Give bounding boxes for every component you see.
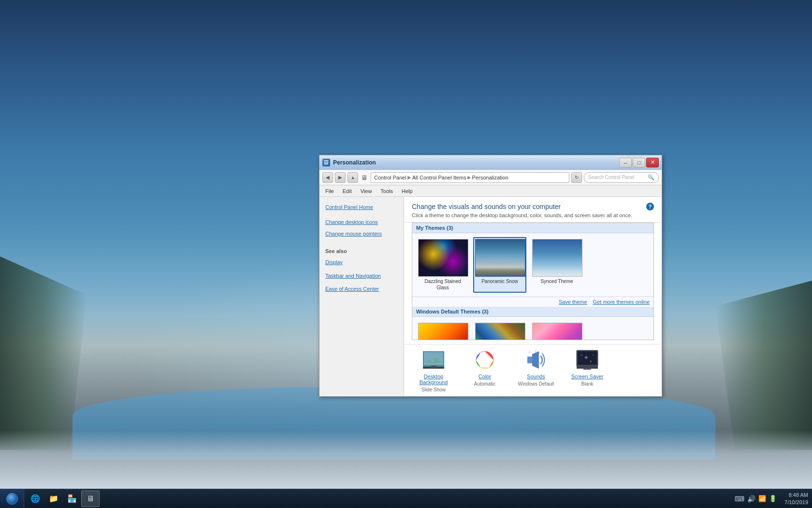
control-panel-window: 🖼 Personalization – □ ✕ ◀ ▶ ▲ 🖥 Control … <box>319 155 662 397</box>
up-button[interactable]: ▲ <box>348 172 358 183</box>
menu-view[interactable]: View <box>357 187 376 195</box>
sidebar-taskbar-navigation[interactable]: Taskbar and Navigation <box>323 271 400 281</box>
desktop-background-item[interactable]: Desktop Background Slide Show <box>412 348 455 392</box>
search-box[interactable]: Search Control Panel 🔍 <box>584 172 659 183</box>
color-svg <box>474 349 495 371</box>
menu-edit[interactable]: Edit <box>339 187 356 195</box>
taskbar-items: 🌐 📁 🏪 🖥 <box>24 489 731 508</box>
tray-volume-icon[interactable]: 🔊 <box>747 495 755 503</box>
theme-dazzling-preview <box>418 239 468 277</box>
sounds-item[interactable]: ♪ ♫ ♪ Sounds Windows Default <box>514 348 558 392</box>
save-themes-row: Save theme Get more themes online <box>412 297 653 307</box>
svg-text:♪: ♪ <box>539 351 541 354</box>
clock-display[interactable]: 8:48 AM 7/10/2019 <box>781 492 812 506</box>
theme-flowers-preview <box>532 323 582 340</box>
svg-rect-8 <box>527 357 532 363</box>
refresh-button[interactable]: ↻ <box>571 172 582 183</box>
back-button[interactable]: ◀ <box>322 172 333 183</box>
dazzling-preview-image <box>419 239 468 276</box>
svg-text:✦: ✦ <box>589 359 593 364</box>
svg-text:✦: ✦ <box>592 354 594 357</box>
theme-windows-preview <box>418 323 468 340</box>
start-button[interactable] <box>0 489 24 508</box>
sidebar-change-mouse-pointers[interactable]: Change mouse pointers <box>323 229 400 239</box>
my-themes-grid: Dazzling Stained Glass Panoramic Snow <box>412 233 653 297</box>
system-tray: ⌨ 🔊 📶 🔋 <box>731 495 781 503</box>
main-content: Control Panel Home Change desktop icons … <box>319 197 662 396</box>
tray-network-icon[interactable]: 📶 <box>758 495 766 502</box>
screen-saver-item[interactable]: ✦ ✦ ✦ ✦ Screen Saver Blank <box>566 348 609 392</box>
color-item[interactable]: Color Automatic <box>463 348 507 392</box>
sounds-icon: ♪ ♫ ♪ <box>524 348 548 372</box>
theme-dazzling[interactable]: Dazzling Stained Glass <box>416 237 469 293</box>
close-button[interactable]: ✕ <box>646 158 659 167</box>
sidebar-display[interactable]: Display <box>323 258 400 267</box>
screen-saver-label[interactable]: Screen Saver <box>571 374 604 379</box>
flowers-preview-image <box>533 323 582 340</box>
get-more-themes-link[interactable]: Get more themes online <box>593 299 650 305</box>
menu-tools[interactable]: Tools <box>377 187 397 195</box>
taskbar: 🌐 📁 🏪 🖥 ⌨ 🔊 📶 🔋 8:48 AM 7/10/2019 <box>0 489 812 508</box>
content-area: Change the visuals and sounds on your co… <box>404 197 662 396</box>
sidebar-see-also-title: See also <box>323 248 400 254</box>
taskbar-ie[interactable]: 🌐 <box>26 491 44 507</box>
theme-synced-preview <box>532 239 582 277</box>
my-themes-header: My Themes (3) <box>412 223 653 233</box>
sounds-label[interactable]: Sounds <box>527 374 545 379</box>
theme-earth[interactable]: Earth <box>473 321 526 340</box>
sidebar: Control Panel Home Change desktop icons … <box>319 197 404 396</box>
theme-panoramic-name: Panoramic Snow <box>475 278 524 284</box>
theme-synced[interactable]: Synced Theme <box>530 237 583 293</box>
theme-flowers[interactable]: Flowers <box>530 321 583 340</box>
path-sep-2: ▶ <box>467 175 471 180</box>
snow-ground-decoration <box>0 431 812 489</box>
theme-earth-preview <box>475 323 525 340</box>
ie-icon: 🌐 <box>30 494 40 504</box>
sidebar-control-panel-home[interactable]: Control Panel Home <box>323 203 400 212</box>
path-control-panel: Control Panel <box>374 175 406 180</box>
screen-saver-sublabel: Blank <box>581 381 593 387</box>
computer-icon-nav[interactable]: 🖥 <box>360 173 369 182</box>
color-label[interactable]: Color <box>478 374 491 379</box>
theme-synced-name: Synced Theme <box>532 278 581 284</box>
menu-bar: File Edit View Tools Help <box>319 185 662 197</box>
svg-rect-16 <box>583 368 591 370</box>
screen-saver-icon: ✦ ✦ ✦ ✦ <box>576 348 599 372</box>
svg-point-7 <box>481 356 489 364</box>
forward-button[interactable]: ▶ <box>335 172 346 183</box>
windows-themes-grid: Windows Earth <box>412 317 653 340</box>
maximize-button[interactable]: □ <box>633 158 645 167</box>
theme-panoramic-preview <box>475 239 525 277</box>
desktop-background-label[interactable]: Desktop Background <box>412 374 455 385</box>
svg-text:♪: ♪ <box>528 350 530 354</box>
help-icon[interactable]: ? <box>646 203 654 210</box>
svg-text:✦: ✦ <box>583 354 589 361</box>
theme-windows[interactable]: Windows <box>416 321 469 340</box>
windows-themes-header: Windows Default Themes (3) <box>412 307 653 317</box>
sidebar-change-desktop-icons[interactable]: Change desktop icons <box>323 218 400 227</box>
sidebar-ease-of-access[interactable]: Ease of Access Center <box>323 284 400 294</box>
theme-panoramic[interactable]: Panoramic Snow <box>473 237 526 293</box>
window-icon: 🖼 <box>322 159 330 166</box>
content-subtitle: Click a theme to change the desktop back… <box>412 212 654 218</box>
minimize-button[interactable]: – <box>619 158 632 167</box>
tray-battery-icon: 🔋 <box>769 495 777 502</box>
address-path[interactable]: Control Panel ▶ All Control Panel Items … <box>371 172 569 183</box>
clock-date: 7/10/2019 <box>784 499 808 506</box>
menu-file[interactable]: File <box>321 187 338 195</box>
taskbar-control-panel[interactable]: 🖥 <box>81 491 100 507</box>
color-icon <box>473 348 496 372</box>
bottom-icons-row: Desktop Background Slide Show <box>404 344 662 396</box>
taskbar-store[interactable]: 🏪 <box>63 491 81 507</box>
search-placeholder: Search Control Panel <box>588 175 634 180</box>
svg-rect-5 <box>424 363 443 365</box>
menu-help[interactable]: Help <box>398 187 417 195</box>
save-theme-link[interactable]: Save theme <box>559 299 587 305</box>
themes-scroll-area[interactable]: My Themes (3) Dazzling Stained Glass <box>412 223 654 340</box>
address-bar: ◀ ▶ ▲ 🖥 Control Panel ▶ All Control Pane… <box>319 170 662 185</box>
theme-dazzling-name: Dazzling Stained Glass <box>418 278 467 291</box>
taskbar-explorer[interactable]: 📁 <box>44 491 63 507</box>
path-current: Personalization <box>472 175 508 180</box>
control-panel-taskbar-icon: 🖥 <box>86 494 95 504</box>
explorer-icon: 📁 <box>49 494 58 504</box>
